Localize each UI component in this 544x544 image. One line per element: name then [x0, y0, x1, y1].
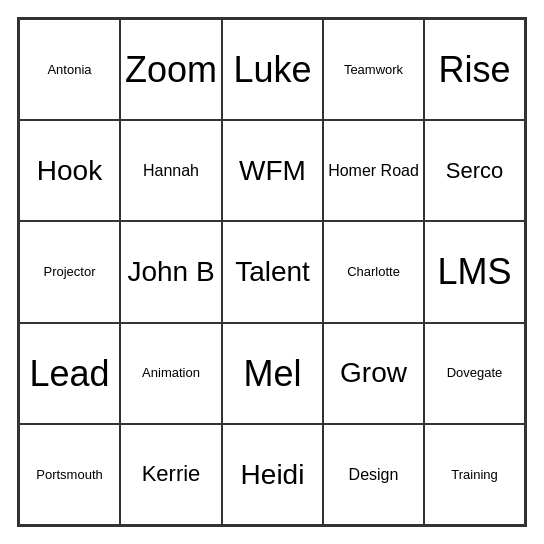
bingo-cell: Mel — [222, 323, 323, 424]
bingo-cell: Charlotte — [323, 221, 424, 322]
bingo-cell: Talent — [222, 221, 323, 322]
cell-text: Antonia — [47, 62, 91, 78]
bingo-cell: Portsmouth — [19, 424, 120, 525]
bingo-cell: Animation — [120, 323, 222, 424]
cell-text: WFM — [239, 154, 306, 188]
bingo-cell: Dovegate — [424, 323, 525, 424]
cell-text: Lead — [29, 352, 109, 395]
cell-text: Portsmouth — [36, 467, 102, 483]
cell-text: Luke — [233, 48, 311, 91]
bingo-cell: Teamwork — [323, 19, 424, 120]
cell-text: Charlotte — [347, 264, 400, 280]
bingo-cell: Hannah — [120, 120, 222, 221]
cell-text: Dovegate — [447, 365, 503, 381]
cell-text: Teamwork — [344, 62, 403, 78]
cell-text: Mel — [244, 352, 302, 395]
cell-text: Talent — [235, 255, 310, 289]
bingo-cell: Kerrie — [120, 424, 222, 525]
cell-text: Training — [451, 467, 497, 483]
bingo-cell: Lead — [19, 323, 120, 424]
cell-text: Rise — [438, 48, 510, 91]
bingo-cell: LMS — [424, 221, 525, 322]
bingo-cell: Design — [323, 424, 424, 525]
bingo-cell: Antonia — [19, 19, 120, 120]
cell-text: Zoom — [125, 48, 217, 91]
bingo-cell: Zoom — [120, 19, 222, 120]
bingo-cell: Heidi — [222, 424, 323, 525]
bingo-cell: Homer Road — [323, 120, 424, 221]
cell-text: Hannah — [143, 161, 199, 180]
cell-text: John B — [127, 255, 214, 289]
cell-text: Homer Road — [328, 161, 419, 180]
bingo-cell: Serco — [424, 120, 525, 221]
bingo-cell: WFM — [222, 120, 323, 221]
cell-text: Projector — [43, 264, 95, 280]
cell-text: Kerrie — [142, 461, 201, 487]
cell-text: Hook — [37, 154, 102, 188]
cell-text: Heidi — [241, 458, 305, 492]
bingo-cell: Training — [424, 424, 525, 525]
bingo-cell: John B — [120, 221, 222, 322]
cell-text: Design — [349, 465, 399, 484]
cell-text: Grow — [340, 356, 407, 390]
cell-text: Serco — [446, 158, 503, 184]
bingo-cell: Grow — [323, 323, 424, 424]
cell-text: LMS — [437, 250, 511, 293]
bingo-board: AntoniaZoomLukeTeamworkRiseHookHannahWFM… — [17, 17, 527, 527]
bingo-cell: Luke — [222, 19, 323, 120]
bingo-cell: Hook — [19, 120, 120, 221]
bingo-cell: Rise — [424, 19, 525, 120]
bingo-cell: Projector — [19, 221, 120, 322]
cell-text: Animation — [142, 365, 200, 381]
